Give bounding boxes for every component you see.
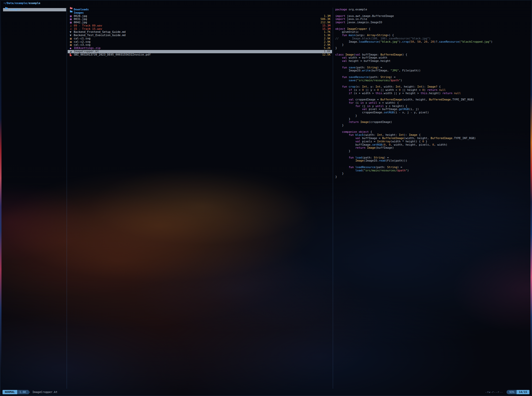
file-size: 12.5K [322,53,331,57]
code-line: } [335,43,529,47]
file-name: SBI_0032013739_2023_DE05_0003155631Invoi… [74,53,151,57]
file-name: Images [74,11,84,15]
parent-dir-item[interactable]: example [3,8,66,11]
powerline-arrow-icon [28,390,30,394]
code-line: } [335,124,529,127]
file-row[interactable]: ▦0028.jpg1.3M [68,15,332,18]
file-row[interactable]: ▦0042.jpg212.9K [68,21,332,24]
image-icon: ▦ [70,40,74,44]
status-bar-left: NORMAL 1.6K ImageCropper.kt [3,390,58,394]
file-size: 5.2K [324,47,331,50]
code-line: import javax.imageio.ImageIO [335,21,529,24]
panes-area: example DownloadsImages▦0028.jpg1.3M▦003… [3,8,529,389]
code-line: ImageIO.write(buffImage, "JPG", File(pat… [335,69,529,72]
file-row[interactable]: ◢ImageCropper.kt1.6K [68,50,332,53]
image-icon: ▦ [70,15,74,18]
file-row[interactable]: ▦cal-c2.svg2.9K [68,40,332,44]
code-line: } [335,47,529,50]
cursor-position-badge: 14/15 [517,390,529,394]
image-icon: ▦ [70,21,74,24]
file-row[interactable]: ▦cal-c3.svg2.9K [68,43,332,47]
status-filename: ImageCropper.kt [32,390,57,394]
image-icon: ▦ [70,18,74,21]
code-line: } [335,114,529,118]
code-line: package org.example [335,8,529,11]
file-row[interactable]: ▼Backend_Test_Execution_Guide.md1.3K [68,34,332,37]
file-name: ImageCropper.kt [74,50,99,53]
status-bar-right: -rw-r--r-- 93% 14/15 [485,390,529,394]
file-name: IDEAsettings.zip [74,47,100,50]
file-size: 1.3K [324,34,331,37]
code-line: save("src/main/resources/$path") [335,79,529,82]
status-bar: NORMAL 1.6K ImageCropper.kt -rw-r--r-- 9… [3,390,529,394]
code-line: croppedImage.setRGB(i - x, j - y, pixel) [335,111,529,114]
image-icon: ▦ [70,37,74,40]
mode-badge: NORMAL [3,390,17,394]
file-row[interactable]: ▦0031.jpg586.3K [68,18,332,21]
code-line: object ImageCropper { [335,28,529,31]
file-size: 1.6K [324,50,331,53]
file-list-pane[interactable]: DownloadsImages▦0028.jpg1.3M▦0031.jpg586… [68,8,332,389]
parent-pane[interactable]: example [3,8,66,389]
pane-separator-right [333,8,333,389]
markdown-icon: ▼ [70,34,74,37]
file-name: example [9,8,21,11]
file-row[interactable]: Downloads [68,8,332,11]
code-line: val height = buffImage.height [335,60,529,63]
code-line: return Image(buffImage) [335,146,529,150]
file-name: 09 - Track 09.wav [74,24,102,28]
file-size-badge: 1.6K [17,390,29,394]
archive-icon: ◆ [70,47,74,50]
code-line: return Image(croppedImage) [335,121,529,124]
pane-separator-left [67,8,67,389]
code-line: Image.loadResource("black.jpg").crop(50,… [335,40,529,44]
file-permissions: -rw-r--r-- [485,390,503,394]
code-line: Image(ImageIO.read(File(path))) [335,159,529,163]
file-name: cal-c1.svg [74,37,90,40]
breadcrumb: ~/Data/example/example [4,2,40,5]
file-row[interactable]: Images [68,11,332,15]
file-row[interactable]: ▦cal-c1.svg2.9K [68,37,332,40]
cwd-path-current: example [29,2,40,5]
audio-icon: ♫ [70,24,74,28]
kotlin-icon: ◢ [70,50,74,53]
markdown-icon: ▼ [70,31,74,34]
terminal-window: ~/Data/example/example example Downloads… [0,0,532,396]
file-row[interactable]: ◆IDEAsettings.zip5.2K [68,47,332,50]
file-name: Backend_Test_Execution_Guide.md [74,34,125,37]
file-size: 2.9K [324,37,331,40]
file-size: 212.9K [320,21,331,24]
image-icon: ▦ [70,43,74,47]
file-row[interactable]: ▙SBI_0032013739_2023_DE05_0003155631Invo… [68,53,332,57]
preview-pane[interactable]: package org.example import java.awt.imag… [334,8,529,389]
code-line: } [335,172,529,175]
pdf-icon: ▙ [70,53,74,57]
scroll-percent-badge: 93% [506,390,517,394]
code-line: } [335,150,529,153]
file-row[interactable]: ♫09 - Track 09.wav15.3M [68,24,332,28]
file-name: 0042.jpg [74,21,87,24]
code-line: } [335,175,529,179]
code-line: load("src/main/resources/$path") [335,169,529,172]
audio-icon: ♫ [70,28,74,31]
cwd-path-prefix: ~/Data/example/ [4,2,29,5]
file-size: 15.3M [322,24,331,28]
file-name: Downloads [74,8,89,11]
code-line: if (x + width > this.width || y + height… [335,92,529,95]
